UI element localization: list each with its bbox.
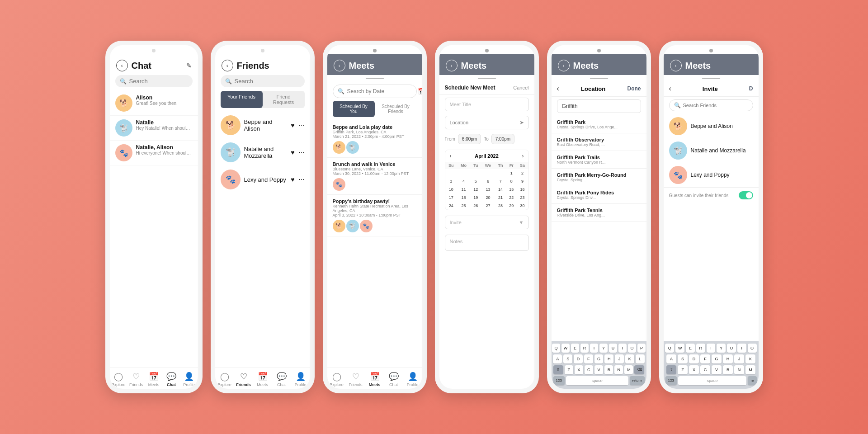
chat-item[interactable]: 🐾 Natalie, Alison Hi everyone! When shou… bbox=[110, 141, 198, 165]
cal-prev-button[interactable]: ‹ bbox=[450, 153, 452, 159]
meet-item[interactable]: Brunch and walk in Venice Bluestone Lane… bbox=[327, 158, 422, 195]
key-o[interactable]: O bbox=[748, 344, 757, 353]
key-w[interactable]: W bbox=[561, 344, 570, 353]
nav-item-friends[interactable]: ♡ Friends bbox=[234, 372, 253, 387]
compose-icon[interactable]: ✎ bbox=[186, 62, 192, 69]
key-j[interactable]: J bbox=[615, 354, 624, 363]
cal-day[interactable]: 14 bbox=[495, 185, 506, 193]
location-result[interactable]: Griffith Park Crystal Springs Drive, Los… bbox=[552, 116, 646, 133]
key-t[interactable]: T bbox=[590, 344, 598, 353]
cal-day[interactable]: 22 bbox=[506, 193, 517, 202]
nav-item-friends[interactable]: ♡ Friends bbox=[346, 372, 365, 387]
location-back-btn[interactable]: ‹ bbox=[557, 85, 559, 93]
key-shift[interactable]: ⇧ bbox=[553, 365, 563, 374]
key-m[interactable]: M bbox=[624, 365, 633, 374]
key-s[interactable]: S bbox=[563, 354, 572, 363]
favorite-icon[interactable]: ♥ bbox=[291, 176, 294, 183]
key-c[interactable]: C bbox=[700, 365, 710, 374]
cal-day[interactable]: 30 bbox=[517, 202, 528, 210]
location-search-field[interactable]: Griffith bbox=[557, 99, 641, 113]
chat-item[interactable]: 🐕 Alison Great! See you then. bbox=[110, 91, 198, 116]
cal-day[interactable]: 9 bbox=[517, 177, 528, 185]
key-l[interactable]: L bbox=[636, 354, 645, 363]
nav-item-friends[interactable]: ♡ Friends bbox=[127, 372, 145, 387]
from-time[interactable]: 6:00pm bbox=[458, 134, 481, 144]
cal-day[interactable]: 1 bbox=[506, 169, 517, 177]
cal-day[interactable]: 28 bbox=[495, 202, 506, 210]
cal-day[interactable]: 5 bbox=[470, 177, 481, 185]
nav-item-profile[interactable]: 👤 Profile bbox=[403, 372, 422, 387]
back-button[interactable]: ‹ bbox=[558, 60, 570, 71]
tab-scheduled-by-you[interactable]: Scheduled By You bbox=[333, 101, 375, 117]
tab-your-friends[interactable]: Your Friends bbox=[221, 91, 263, 108]
back-button[interactable]: ‹ bbox=[334, 60, 345, 71]
cal-day[interactable]: 19 bbox=[470, 193, 481, 202]
cal-day[interactable]: 11 bbox=[457, 185, 470, 193]
cal-day[interactable]: 2 bbox=[517, 169, 528, 177]
key-e[interactable]: E bbox=[686, 344, 695, 353]
key-s[interactable]: S bbox=[678, 354, 688, 363]
cal-day[interactable]: 18 bbox=[457, 193, 470, 202]
cal-day[interactable]: 23 bbox=[517, 193, 528, 202]
key-a[interactable]: A bbox=[666, 354, 676, 363]
more-icon[interactable]: ⋯ bbox=[298, 176, 305, 183]
key-o[interactable]: O bbox=[628, 344, 636, 353]
nav-item-profile[interactable]: 👤 Profile bbox=[180, 372, 198, 387]
key-v[interactable]: V bbox=[594, 365, 603, 374]
key-b[interactable]: B bbox=[604, 365, 613, 374]
key-123[interactable]: 123 bbox=[553, 376, 565, 385]
more-icon[interactable]: ⋯ bbox=[298, 122, 305, 129]
key-j[interactable]: J bbox=[734, 354, 744, 363]
key-z[interactable]: Z bbox=[565, 365, 573, 374]
key-k[interactable]: K bbox=[625, 354, 634, 363]
tab-scheduled-by-friends[interactable]: Scheduled By Friends bbox=[375, 101, 417, 117]
meet-item[interactable]: Beppe and Lola play date Griffith Park, … bbox=[327, 121, 422, 158]
invite-dropdown[interactable]: Invite ▼ bbox=[445, 216, 529, 229]
location-result[interactable]: Griffith Park Trails North Vermont Canyo… bbox=[552, 151, 646, 169]
back-button[interactable]: ‹ bbox=[446, 60, 458, 71]
key-q[interactable]: Q bbox=[552, 344, 560, 353]
invite-search-input[interactable] bbox=[683, 103, 748, 108]
key-g[interactable]: G bbox=[594, 354, 604, 363]
cal-day[interactable]: 3 bbox=[445, 177, 458, 185]
back-button[interactable]: ‹ bbox=[670, 60, 682, 71]
to-time[interactable]: 7:00pm bbox=[491, 134, 514, 144]
key-x[interactable]: X bbox=[575, 365, 583, 374]
location-result[interactable]: Griffith Park Merry-Go-Round Crystal Spr… bbox=[552, 169, 646, 186]
key-y[interactable]: Y bbox=[599, 344, 608, 353]
invite-friend-item[interactable]: 🐕 Beppe and Alison bbox=[664, 114, 759, 138]
tab-friend-requests[interactable]: Friend Requests bbox=[263, 91, 305, 108]
friend-item[interactable]: 🐕 Beppe and Alison ♥ ⋯ bbox=[215, 112, 310, 139]
key-n[interactable]: N bbox=[734, 365, 744, 374]
location-input[interactable] bbox=[450, 120, 517, 125]
cal-day[interactable]: 10 bbox=[445, 185, 458, 193]
cal-day[interactable]: 16 bbox=[517, 185, 528, 193]
cal-day[interactable]: 20 bbox=[481, 193, 495, 202]
key-z[interactable]: Z bbox=[678, 365, 688, 374]
cal-day[interactable]: 12 bbox=[470, 185, 481, 193]
key-d[interactable]: D bbox=[574, 354, 583, 363]
key-b[interactable]: B bbox=[723, 365, 733, 374]
key-d[interactable]: D bbox=[689, 354, 699, 363]
location-result[interactable]: Griffith Park Tennis Riverside Drive, Lo… bbox=[552, 204, 646, 222]
cal-day[interactable]: 24 bbox=[445, 202, 458, 210]
key-v[interactable]: V bbox=[712, 365, 722, 374]
key-u[interactable]: U bbox=[727, 344, 736, 353]
calendar-icon[interactable]: 📅 bbox=[418, 88, 422, 95]
nav-item-chat[interactable]: 💬 Chat bbox=[163, 372, 180, 387]
key-x[interactable]: X bbox=[689, 365, 699, 374]
key-backspace[interactable]: ⌫ bbox=[634, 365, 644, 374]
nav-item-explore[interactable]: ◯ Explore bbox=[327, 372, 346, 387]
notes-field[interactable]: Notes bbox=[445, 235, 529, 251]
key-w[interactable]: W bbox=[675, 344, 684, 353]
key-r[interactable]: R bbox=[580, 344, 589, 353]
more-icon[interactable]: ⋯ bbox=[298, 149, 305, 156]
key-i[interactable]: I bbox=[618, 344, 627, 353]
nav-item-chat[interactable]: 💬 Chat bbox=[384, 372, 403, 387]
cal-day[interactable]: 6 bbox=[481, 177, 495, 185]
key-y[interactable]: Y bbox=[717, 344, 726, 353]
cal-day[interactable]: 25 bbox=[457, 202, 470, 210]
search-input[interactable] bbox=[129, 78, 188, 85]
meet-item[interactable]: Poppy's birthday pawty! Kenneth Hahn Sta… bbox=[327, 195, 422, 236]
key-h[interactable]: H bbox=[723, 354, 733, 363]
